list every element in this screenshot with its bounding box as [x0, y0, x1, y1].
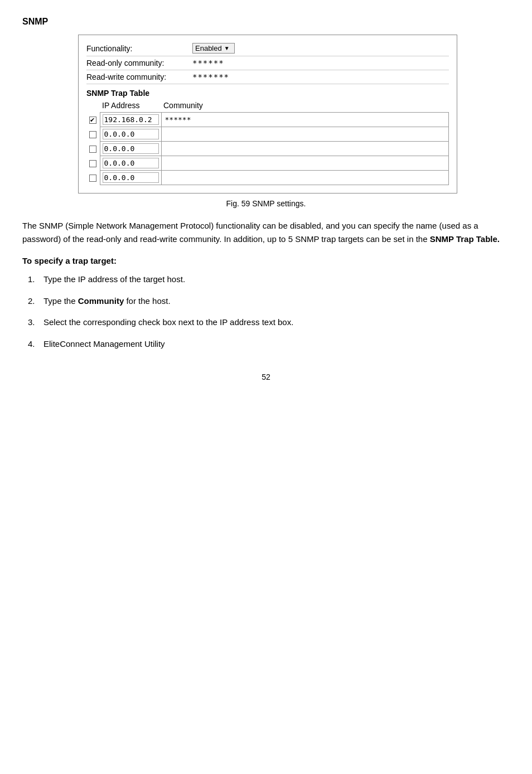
chevron-down-icon: ▼: [224, 45, 230, 51]
checkbox-col-header: [86, 100, 100, 113]
step-text-0: Type the IP address of the target host.: [43, 273, 185, 286]
community-col-header: Community: [161, 100, 449, 113]
page-title: SNMP: [22, 17, 510, 27]
ip-input-2[interactable]: [103, 143, 159, 154]
trap-table-title: SNMP Trap Table: [86, 89, 449, 98]
read-write-label: Read-write community:: [86, 72, 192, 81]
step-number-2: 3.: [28, 316, 43, 329]
list-item: 3.Select the corresponding check box nex…: [28, 316, 510, 329]
step-number-3: 4.: [28, 338, 43, 351]
ip-input-1[interactable]: [103, 129, 159, 139]
community-input-2[interactable]: [164, 144, 447, 153]
read-only-value: ******: [192, 59, 224, 67]
step-number-1: 2.: [28, 295, 43, 308]
list-item: 1.Type the IP address of the target host…: [28, 273, 510, 286]
ip-col-header: IP Address: [100, 100, 161, 113]
figure-caption: Fig. 59 SNMP settings.: [22, 199, 510, 208]
table-row: [86, 171, 449, 185]
functionality-label: Functionality:: [86, 44, 192, 53]
table-row: [86, 113, 449, 127]
body-paragraph: The SNMP (Simple Network Management Prot…: [22, 219, 510, 246]
read-only-row: Read-only community: ******: [86, 56, 449, 70]
community-input-3[interactable]: [164, 158, 447, 168]
list-item: 4.EliteConnect Management Utility: [28, 338, 510, 351]
step-text-1: Type the Community for the host.: [43, 295, 171, 308]
paragraph-bold: SNMP Trap Table.: [430, 234, 500, 244]
trap-checkbox-4[interactable]: [89, 175, 96, 182]
ip-input-0[interactable]: [103, 114, 159, 125]
trap-checkbox-1[interactable]: [89, 131, 96, 138]
trap-checkbox-0[interactable]: [89, 117, 96, 124]
read-write-row: Read-write community: *******: [86, 70, 449, 84]
trap-checkbox-3[interactable]: [89, 160, 96, 167]
functionality-select[interactable]: Enabled ▼: [192, 43, 235, 54]
functionality-row: Functionality: Enabled ▼: [86, 41, 449, 56]
section-heading: To specify a trap target:: [22, 256, 510, 265]
table-row: [86, 127, 449, 142]
step-text-3: EliteConnect Management Utility: [43, 338, 165, 351]
community-input-4[interactable]: [164, 173, 447, 182]
read-only-label: Read-only community:: [86, 59, 192, 67]
trap-checkbox-2[interactable]: [89, 146, 96, 153]
paragraph-text: The SNMP (Simple Network Management Prot…: [22, 221, 478, 244]
snmp-settings-box: Functionality: Enabled ▼ Read-only commu…: [78, 35, 457, 194]
community-input-0[interactable]: [164, 115, 447, 124]
ip-input-3[interactable]: [103, 158, 159, 168]
table-row: [86, 142, 449, 156]
table-row: [86, 156, 449, 171]
read-write-value: *******: [192, 72, 229, 81]
functionality-value: Enabled: [195, 44, 222, 52]
steps-list: 1.Type the IP address of the target host…: [28, 273, 510, 350]
community-bold: Community: [78, 296, 124, 306]
list-item: 2.Type the Community for the host.: [28, 295, 510, 308]
step-text-2: Select the corresponding check box next …: [43, 316, 293, 329]
step-number-0: 1.: [28, 273, 43, 286]
page-number: 52: [22, 373, 510, 381]
snmp-trap-table: IP Address Community: [86, 100, 449, 185]
ip-input-4[interactable]: [103, 172, 159, 183]
community-input-1[interactable]: [164, 129, 447, 139]
